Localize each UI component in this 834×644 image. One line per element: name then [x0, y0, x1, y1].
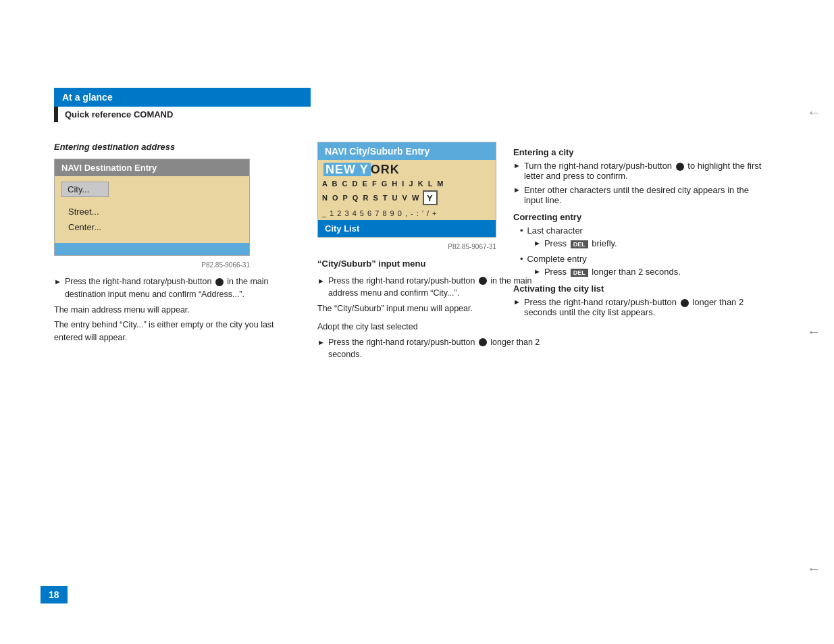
activating-city-title: Activating the city list — [513, 284, 770, 294]
ac-text: Press the right-hand rotary/push-button … — [524, 297, 770, 317]
bullet-dot-ce: • — [520, 254, 523, 264]
input-rest: ORK — [371, 163, 400, 176]
at-a-glance-title: At a glance — [54, 88, 311, 107]
right-column: Entering a city ► Turn the right-hand ro… — [513, 142, 770, 320]
complete-entry-sub: ► Press DEL longer than 2 seconds. — [533, 267, 770, 277]
correcting-list: • Last character ► Press DEL briefly. • … — [520, 225, 770, 277]
center-item: Center... — [68, 222, 101, 232]
adopt-inst: ► Press the right-hand rotary/push-butto… — [317, 336, 561, 362]
arrow-top: ← — [807, 105, 820, 120]
page-number-box: 18 — [41, 586, 68, 603]
arrow-bullet-r2: ► — [513, 186, 521, 194]
keyboard-row1: A B C D E F G H I J K L M — [318, 178, 496, 189]
arrow-bullet-adopt: ► — [317, 337, 325, 348]
navi-dest-items: City... Street... Center... — [55, 176, 249, 243]
navi-city-panel: NAVI City/Suburb Entry NEW YORK A B C D … — [317, 142, 496, 238]
navi-city-header: NAVI City/Suburb Entry — [318, 142, 496, 160]
right-inst-2: ► Enter other characters until the desir… — [513, 185, 770, 205]
navi-dest-header: NAVI Destination Entry — [55, 159, 249, 176]
num-row: _ 1 2 3 4 5 6 7 8 9 0 , - : ’ / + — [318, 208, 496, 220]
correcting-entry-title: Correcting entry — [513, 212, 770, 222]
arrow-bullet-ac: ► — [513, 298, 521, 306]
section-title-left: Entering destination address — [54, 142, 304, 152]
navi-dest-bottom-bar — [55, 243, 249, 255]
mid-column: NAVI City/Suburb Entry NEW YORK A B C D … — [317, 142, 500, 364]
image-ref-left: P82.85-9066-31 — [54, 261, 250, 269]
navi-city-input-row: NEW YORK — [318, 160, 496, 178]
del-badge-2: DEL — [571, 269, 588, 277]
street-item: Street... — [68, 207, 99, 217]
circle-icon-ac — [681, 299, 689, 307]
instructions-left: ► Press the right-hand rotary/push-butto… — [54, 275, 297, 344]
keyboard-row2-text: N O P Q R S T U V W — [322, 194, 420, 202]
adopt-inst-text: Press the right-hand rotary/push-button … — [328, 336, 561, 362]
input-highlight: NEW Y — [323, 163, 371, 176]
complete-entry-item: • Complete entry — [520, 254, 770, 264]
entering-city-title: Entering a city — [513, 147, 770, 157]
arrow-bullet-mid1: ► — [317, 275, 325, 287]
arrow-bot: ← — [807, 561, 820, 576]
city-list-bar: City List — [318, 220, 496, 237]
right-inst-1-text: Turn the right-hand rotary/push-button t… — [524, 161, 770, 181]
last-char-label: Last character — [527, 225, 583, 236]
lc-press-text: Press DEL briefly. — [544, 238, 617, 248]
inst-left-1: ► Press the right-hand rotary/push-butto… — [54, 275, 297, 301]
bullet-dot-lc: • — [520, 225, 523, 236]
city-item: City... — [61, 182, 109, 197]
last-char-item: • Last character — [520, 225, 770, 236]
y-key: Y — [423, 190, 438, 205]
inst-left-1-text: Press the right-hand rotary/push-button … — [65, 275, 297, 301]
right-inst-1: ► Turn the right-hand rotary/push-button… — [513, 161, 770, 181]
del-badge-1: DEL — [571, 240, 588, 248]
circle-icon-1 — [215, 278, 224, 286]
inst-left-2: The main address menu will appear. — [54, 304, 297, 317]
arrow-bullet-1: ► — [54, 276, 61, 288]
activating-city-inst: ► Press the right-hand rotary/push-butto… — [513, 297, 770, 317]
complete-entry-label: Complete entry — [527, 254, 587, 264]
ce-press-inst: ► Press DEL longer than 2 seconds. — [533, 267, 770, 277]
lc-press-inst: ► Press DEL briefly. — [533, 238, 770, 248]
navi-dest-panel: NAVI Destination Entry City... Street...… — [54, 159, 250, 256]
arrow-bullet-ce: ► — [533, 267, 541, 275]
inst-left-3: The entry behind “City...” is either emp… — [54, 319, 297, 344]
arrow-bullet-lc: ► — [533, 239, 541, 247]
arrow-bullet-r1: ► — [513, 161, 521, 169]
left-column: Entering destination address NAVI Destin… — [54, 142, 304, 347]
quick-ref-subtitle: Quick reference COMAND — [54, 107, 311, 122]
ce-press-text: Press DEL longer than 2 seconds. — [544, 267, 681, 277]
page-container: ← ← ← At a glance Quick reference COMAND… — [0, 0, 834, 644]
right-inst-2-text: Enter other characters until the desired… — [524, 185, 770, 205]
mid-image-ref: P82.85-9067-31 — [317, 243, 496, 250]
arrow-mid: ← — [807, 324, 820, 340]
adopt-title: Adopt the city last selected — [317, 321, 561, 333]
keyboard-row2: N O P Q R S T U V W Y — [318, 189, 496, 208]
header-bar: At a glance Quick reference COMAND — [54, 88, 311, 122]
circle-icon-r1 — [676, 163, 684, 171]
last-char-sub: ► Press DEL briefly. — [533, 238, 770, 248]
circle-icon-mid1 — [479, 277, 487, 285]
circle-icon-adopt — [479, 338, 487, 346]
